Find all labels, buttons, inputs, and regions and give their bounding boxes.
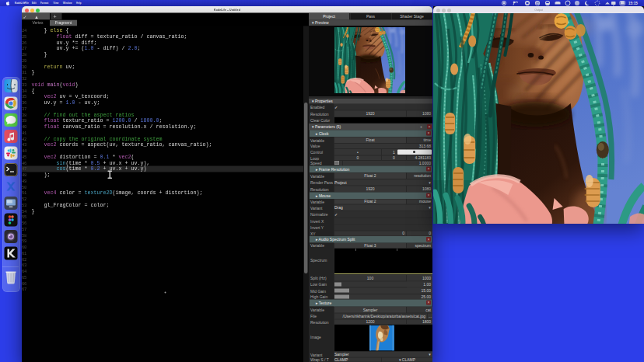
svg-text:@: @: [536, 1, 540, 5]
svg-text:15:15: 15:15: [628, 2, 638, 5]
